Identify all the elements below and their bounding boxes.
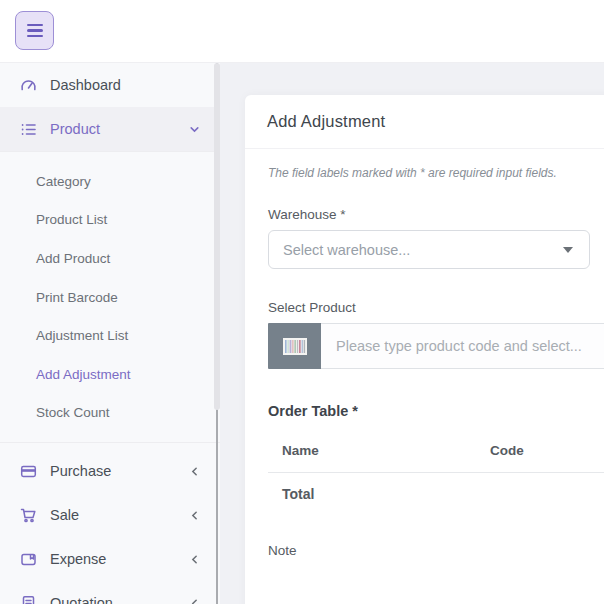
sidebar-subitem-product-list[interactable]: Product List [0, 201, 220, 240]
sidebar-toggle-button[interactable] [15, 11, 54, 50]
sidebar-item-label: Expense [50, 551, 189, 567]
chevron-left-icon [189, 598, 200, 604]
sidebar-item-sale[interactable]: Sale [0, 493, 220, 537]
sidebar-item-purchase[interactable]: Purchase [0, 449, 220, 493]
cart-icon [20, 507, 37, 524]
sidebar-subitem-adjustment-list[interactable]: Adjustment List [0, 316, 220, 355]
sidebar-subitem-add-product[interactable]: Add Product [0, 239, 220, 278]
sidebar-nav: Dashboard Product Category Product List … [0, 63, 220, 604]
required-fields-hint: The field labels marked with * are requi… [268, 166, 604, 180]
sidebar-item-label: Dashboard [50, 77, 202, 93]
select-product-label: Select Product [268, 300, 604, 315]
sidebar-item-label: Purchase [50, 463, 189, 479]
warehouse-select-placeholder: Select warehouse... [283, 242, 563, 258]
product-search-input[interactable] [321, 323, 604, 369]
sidebar-item-label: Quotation [50, 595, 189, 604]
order-table: Name Code Total [268, 433, 604, 502]
column-header-name: Name [268, 443, 490, 458]
credit-card-icon [20, 463, 37, 480]
sidebar-item-product[interactable]: Product [0, 107, 220, 151]
wallet-icon [20, 551, 37, 568]
hamburger-icon [27, 24, 43, 38]
sidebar-item-quotation[interactable]: Quotation [0, 581, 220, 604]
document-icon [20, 595, 37, 604]
sidebar-item-dashboard[interactable]: Dashboard [0, 63, 220, 107]
chevron-left-icon [189, 466, 200, 477]
sidebar-subitem-category[interactable]: Category [0, 162, 220, 201]
chevron-left-icon [189, 510, 200, 521]
card-header: Add Adjustment [245, 95, 604, 149]
top-header-bar [0, 0, 604, 63]
order-table-header-row: Name Code [268, 433, 604, 472]
column-header-code: Code [490, 443, 524, 458]
chevron-down-icon [189, 124, 200, 135]
gauge-icon [20, 77, 37, 94]
product-submenu: Category Product List Add Product Print … [0, 151, 220, 443]
add-adjustment-card: Add Adjustment The field labels marked w… [245, 95, 604, 604]
sidebar-item-label: Sale [50, 507, 189, 523]
caret-down-icon [563, 247, 573, 253]
note-label: Note [268, 543, 604, 558]
product-search-group [268, 323, 604, 369]
sidebar-subitem-add-adjustment[interactable]: Add Adjustment [0, 355, 220, 394]
page-title: Add Adjustment [267, 112, 385, 131]
sidebar-item-label: Product [50, 121, 189, 137]
chevron-left-icon [189, 554, 200, 565]
barcode-icon [268, 323, 321, 369]
sidebar-scrollbar-thumb[interactable] [214, 63, 220, 410]
sidebar-subitem-stock-count[interactable]: Stock Count [0, 394, 220, 433]
main-content: Add Adjustment The field labels marked w… [220, 63, 604, 604]
sidebar-subitem-print-barcode[interactable]: Print Barcode [0, 278, 220, 317]
sidebar-item-expense[interactable]: Expense [0, 537, 220, 581]
warehouse-select[interactable]: Select warehouse... [268, 230, 590, 269]
order-table-title: Order Table * [268, 403, 604, 419]
list-icon [20, 121, 37, 138]
order-table-total-label: Total [268, 473, 604, 502]
warehouse-label: Warehouse * [268, 207, 604, 222]
